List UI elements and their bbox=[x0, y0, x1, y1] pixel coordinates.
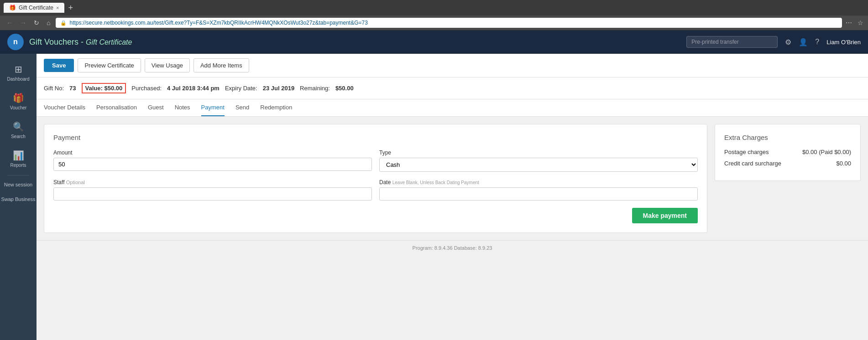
browser-tab[interactable]: 🎁 Gift Certificate × bbox=[4, 3, 64, 13]
header-right: ⚙ 👤 ? Liam O'Brien bbox=[686, 36, 861, 48]
credit-card-row: Credit card surcharge $0.00 bbox=[724, 160, 851, 167]
sidebar-item-new-session[interactable]: New session bbox=[4, 177, 32, 192]
sidebar-item-search[interactable]: 🔍 Search bbox=[0, 116, 37, 144]
gift-value-amount: $50.00 bbox=[104, 85, 122, 92]
expiry-date: 23 Jul 2019 bbox=[263, 85, 294, 92]
staff-date-row: Staff Optional Date Leave Blank, Unless … bbox=[53, 179, 698, 201]
staff-label: Staff Optional bbox=[53, 179, 372, 185]
browser-actions: ⋯ ☆ bbox=[846, 19, 863, 26]
sidebar-label-dashboard: Dashboard bbox=[7, 77, 30, 82]
type-label: Type bbox=[379, 149, 698, 156]
user-name: Liam O'Brien bbox=[826, 39, 861, 46]
settings-icon[interactable]: ⚙ bbox=[785, 38, 791, 46]
app-title-separator: - bbox=[81, 37, 86, 46]
amount-input[interactable] bbox=[53, 158, 372, 171]
extensions-icon[interactable]: ⋯ bbox=[846, 19, 852, 26]
tab-voucher-details[interactable]: Voucher Details bbox=[44, 99, 85, 116]
amount-type-row: Amount Type Cash Credit Card EFTPOS Cheq… bbox=[53, 149, 698, 172]
help-icon[interactable]: ? bbox=[815, 38, 819, 46]
content-panels: Payment Amount Type Cash Credit Card EFT… bbox=[37, 117, 868, 240]
tab-close-button[interactable]: × bbox=[56, 5, 59, 10]
sidebar-item-swap-business[interactable]: Swap Business bbox=[1, 192, 35, 206]
tab-title: Gift Certificate bbox=[19, 5, 53, 11]
save-button[interactable]: Save bbox=[44, 59, 74, 72]
page-footer: Program: 8.9.4.36 Database: 8.9.23 bbox=[37, 240, 868, 255]
browser-chrome: 🎁 Gift Certificate × + bbox=[0, 0, 868, 15]
search-icon: 🔍 bbox=[13, 121, 24, 132]
new-tab-button[interactable]: + bbox=[64, 3, 77, 13]
staff-group: Staff Optional bbox=[53, 179, 372, 201]
reports-icon: 📊 bbox=[13, 150, 24, 161]
tab-send[interactable]: Send bbox=[235, 99, 249, 116]
app-header: n Gift Vouchers - Gift Certificate ⚙ 👤 ?… bbox=[0, 30, 868, 54]
app-title-main: Gift Vouchers bbox=[29, 37, 78, 46]
credit-card-value: $0.00 bbox=[836, 160, 851, 167]
date-group: Date Leave Blank, Unless Back Dating Pay… bbox=[379, 179, 698, 201]
tab-personalisation[interactable]: Personalisation bbox=[96, 99, 137, 116]
preview-certificate-button[interactable]: Preview Certificate bbox=[78, 58, 141, 72]
staff-input[interactable] bbox=[53, 187, 372, 201]
payment-panel: Payment Amount Type Cash Credit Card EFT… bbox=[44, 124, 707, 233]
content-area: Save Preview Certificate View Usage Add … bbox=[37, 54, 868, 340]
gift-no-value: 73 bbox=[69, 85, 76, 92]
type-group: Type Cash Credit Card EFTPOS Cheque bbox=[379, 149, 698, 172]
app-title: Gift Vouchers - Gift Certificate bbox=[29, 37, 132, 47]
home-button[interactable]: ⌂ bbox=[45, 18, 52, 27]
tab-payment[interactable]: Payment bbox=[201, 99, 225, 116]
view-usage-button[interactable]: View Usage bbox=[145, 58, 190, 72]
sidebar-item-reports[interactable]: 📊 Reports bbox=[0, 144, 37, 173]
amount-label: Amount bbox=[53, 149, 372, 156]
app-logo: n bbox=[7, 34, 24, 50]
expiry-label: Expiry Date: bbox=[225, 85, 257, 92]
back-button[interactable]: ← bbox=[5, 18, 15, 27]
tab-redemption[interactable]: Redemption bbox=[260, 99, 292, 116]
extra-charges-panel: Extra Charges Postage charges $0.00 (Pai… bbox=[715, 124, 861, 181]
amount-group: Amount bbox=[53, 149, 372, 172]
postage-label: Postage charges bbox=[724, 149, 769, 155]
purchased-label: Purchased: bbox=[131, 85, 162, 92]
sidebar-item-voucher[interactable]: 🎁 Voucher bbox=[0, 87, 37, 116]
type-select[interactable]: Cash Credit Card EFTPOS Cheque bbox=[379, 158, 698, 172]
sidebar-label-reports: Reports bbox=[10, 163, 26, 168]
staff-optional: Optional bbox=[66, 180, 85, 185]
dashboard-icon: ⊞ bbox=[15, 64, 22, 75]
remaining-label: Remaining: bbox=[300, 85, 330, 92]
credit-card-label: Credit card surcharge bbox=[724, 160, 781, 167]
tab-favicon: 🎁 bbox=[9, 5, 16, 11]
sidebar-label-voucher: Voucher bbox=[10, 105, 27, 110]
main-body: ⊞ Dashboard 🎁 Voucher 🔍 Search 📊 Reports… bbox=[0, 54, 868, 340]
make-payment-row: Make payment bbox=[53, 208, 698, 223]
postage-row: Postage charges $0.00 (Paid $0.00) bbox=[724, 149, 851, 155]
forward-button[interactable]: → bbox=[18, 18, 28, 27]
gift-value-label: Value: bbox=[85, 85, 103, 92]
bookmark-icon[interactable]: ☆ bbox=[858, 19, 863, 26]
pre-printed-transfer-input[interactable] bbox=[686, 36, 778, 48]
tab-bar: 🎁 Gift Certificate × + bbox=[4, 3, 77, 13]
sidebar-divider bbox=[7, 175, 29, 175]
date-label: Date Leave Blank, Unless Back Dating Pay… bbox=[379, 179, 698, 185]
add-more-items-button[interactable]: Add More Items bbox=[193, 58, 249, 72]
url-text: https://secure.netbookings.com.au/test/G… bbox=[69, 20, 367, 26]
refresh-button[interactable]: ↻ bbox=[32, 18, 41, 27]
browser-nav: ← → ↻ ⌂ 🔒 https://secure.netbookings.com… bbox=[0, 15, 868, 30]
app-title-sub: Gift Certificate bbox=[86, 38, 132, 46]
user-icon[interactable]: 👤 bbox=[799, 38, 808, 46]
extra-charges-title: Extra Charges bbox=[724, 134, 851, 141]
purchased-date: 4 Jul 2018 3:44 pm bbox=[167, 85, 220, 92]
address-bar[interactable]: 🔒 https://secure.netbookings.com.au/test… bbox=[56, 18, 842, 28]
make-payment-button[interactable]: Make payment bbox=[632, 208, 698, 223]
payment-panel-title: Payment bbox=[53, 134, 698, 141]
date-input[interactable] bbox=[379, 187, 698, 201]
gift-info-bar: Gift No: 73 Value: $50.00 Purchased: 4 J… bbox=[37, 77, 868, 99]
tab-guest[interactable]: Guest bbox=[148, 99, 164, 116]
remaining-value: $50.00 bbox=[335, 85, 354, 92]
footer-text: Program: 8.9.4.36 Database: 8.9.23 bbox=[413, 245, 492, 251]
lock-icon: 🔒 bbox=[60, 20, 67, 26]
tab-notes[interactable]: Notes bbox=[175, 99, 190, 116]
gift-no-label: Gift No: bbox=[44, 85, 64, 92]
date-note: Leave Blank, Unless Back Dating Payment bbox=[392, 180, 479, 185]
voucher-icon: 🎁 bbox=[13, 93, 24, 103]
sidebar-label-search: Search bbox=[11, 134, 26, 139]
gift-value: Value: $50.00 bbox=[82, 83, 126, 93]
sidebar-item-dashboard[interactable]: ⊞ Dashboard bbox=[0, 58, 37, 87]
